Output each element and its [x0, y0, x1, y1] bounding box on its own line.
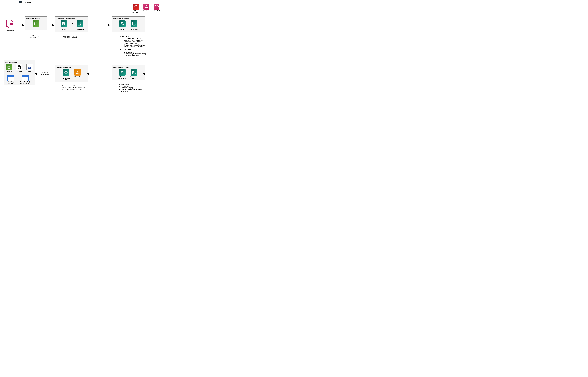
svg-line-24 — [81, 25, 81, 25]
comprehend-medical-icon — [131, 69, 137, 76]
di-database: Database — [15, 64, 23, 72]
comprehend-icon — [119, 69, 126, 76]
di-analytics: Data Analytics — [26, 64, 34, 74]
di-s3: Amazon S3 — [5, 64, 13, 72]
service-amazon-s3: Amazon S3 — [31, 21, 41, 29]
a2i-icon — [63, 69, 69, 76]
classify-title: Document Classification — [57, 18, 87, 20]
data-integration-node: Data Integration Amazon S3 Database Data… — [3, 60, 35, 85]
textract-icon — [119, 21, 126, 27]
svg-rect-17 — [78, 22, 81, 25]
analytics-icon — [26, 64, 33, 70]
browser-icon — [22, 75, 29, 81]
service-lambda: AWS Lambda — [73, 69, 82, 78]
svg-point-51 — [66, 72, 66, 72]
service-textract-2: Amazon Textract — [118, 21, 127, 30]
svg-point-48 — [135, 73, 135, 74]
svg-line-37 — [135, 25, 135, 25]
document-capture-node: Document Capture Amazon S3 — [25, 16, 47, 30]
di-saas: SaaS / Third party systems — [5, 75, 17, 84]
review-bullets: Human review workflow Post Processing co… — [59, 85, 85, 90]
document-extraction-node: Document Extraction Amazon Textract Amaz… — [112, 16, 145, 32]
capture-note: Single and Multi-page documents of vario… — [26, 35, 48, 38]
svg-rect-30 — [132, 22, 135, 25]
extract-title: Document Extraction — [113, 18, 143, 20]
service-comprehend-1: Amazon Comprehend — [75, 21, 84, 30]
svg-point-42 — [123, 73, 124, 74]
service-textract-1: Amazon Textract — [59, 21, 69, 30]
s3-icon — [33, 21, 39, 27]
di-erp: Enterprise (ERP), Web/Mobile App — [19, 75, 31, 84]
document-enrichment-node: Document Enrichment Amazon Comprehend Co… — [112, 65, 145, 81]
iam-compliance: IAM and Compliance — [132, 4, 140, 13]
database-icon — [16, 64, 23, 70]
svg-rect-6 — [9, 22, 14, 28]
documents-source: Documents — [2, 19, 19, 32]
svg-line-36 — [135, 25, 135, 25]
cloudwatch-icon — [143, 4, 149, 10]
comprehend-icon — [131, 21, 137, 27]
svg-rect-44 — [132, 71, 135, 74]
review-validation-node: Review & Validation Amazon Augmented AI … — [55, 65, 88, 82]
shield-icon — [133, 4, 139, 10]
document-classification-node: Document Classification Amazon Textract … — [55, 16, 88, 32]
integrate-title: Data Integration — [5, 61, 34, 63]
enrich-bullets: PII Redaction PHI Redaction Document Tag… — [119, 84, 142, 92]
lambda-icon — [74, 69, 81, 76]
enrich-title: Document Enrichment — [113, 67, 143, 68]
classify-bullets: Classification Training Classification I… — [61, 35, 78, 39]
s3-icon — [6, 64, 12, 70]
cloudtrail: CloudTrail — [153, 4, 161, 13]
extracted-data-label: Extracted & Validated data — [39, 71, 51, 75]
svg-point-0 — [146, 7, 147, 8]
review-title: Review & Validation — [57, 67, 87, 68]
cloudwatch: CloudWatch — [142, 4, 151, 13]
browser-icon — [7, 75, 14, 81]
cloudtrail-icon — [154, 4, 159, 10]
textract-icon — [60, 21, 67, 27]
documents-label: Documents — [6, 30, 15, 32]
svg-rect-38 — [121, 71, 123, 74]
svg-line-1 — [147, 8, 148, 8]
documents-icon — [6, 19, 15, 29]
service-comprehend-3: Amazon Comprehend — [118, 69, 127, 79]
extract-notes: Textract APIs Structured Data Extraction… — [120, 35, 146, 56]
svg-line-23 — [81, 25, 81, 25]
service-a2i: Amazon Augmented AI A2I — [61, 69, 71, 81]
comprehend-icon — [77, 21, 83, 27]
service-comprehend-2: Amazon Comprehend — [129, 21, 139, 30]
sub-arrow-icon — [71, 21, 73, 27]
service-comprehend-medical: Comprehend Medical — [129, 69, 139, 79]
capture-title: Document Capture — [26, 18, 46, 20]
svg-marker-16 — [72, 23, 73, 24]
top-services: IAM and Compliance CloudWatch CloudTrail — [132, 4, 161, 13]
